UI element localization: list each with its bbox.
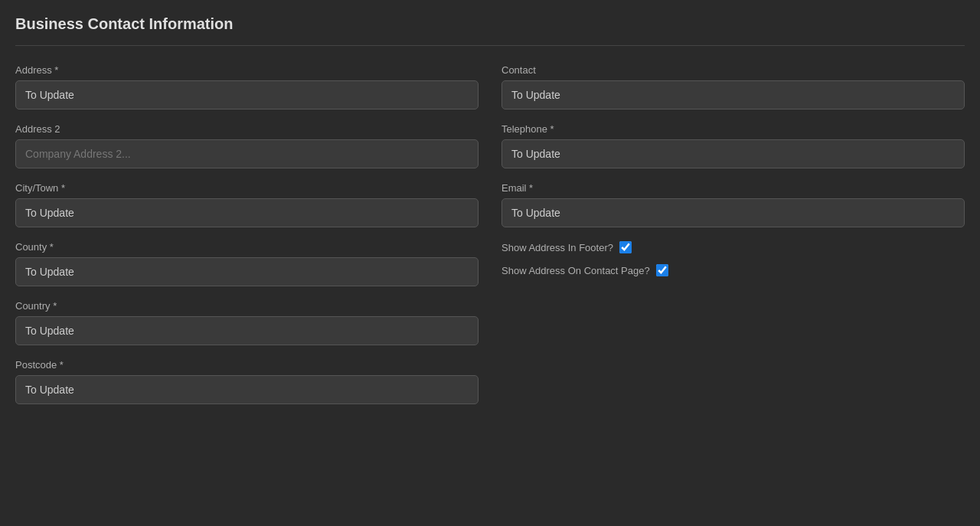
- postcode-label: Postcode *: [15, 359, 479, 371]
- right-column: Contact Telephone * Email * Show Address…: [501, 64, 965, 418]
- contact-input[interactable]: [501, 80, 965, 109]
- telephone-label: Telephone *: [501, 123, 965, 135]
- left-column: Address * Address 2 City/Town * County *…: [15, 64, 479, 418]
- email-label: Email *: [501, 182, 965, 194]
- address-input[interactable]: [15, 80, 479, 109]
- city-group: City/Town *: [15, 182, 479, 227]
- contact-label: Contact: [501, 64, 965, 76]
- county-input[interactable]: [15, 257, 479, 286]
- show-address-footer-group: Show Address In Footer?: [501, 241, 965, 253]
- form-layout: Address * Address 2 City/Town * County *…: [15, 64, 965, 418]
- postcode-input[interactable]: [15, 375, 479, 404]
- show-address-contact-label: Show Address On Contact Page?: [501, 265, 650, 276]
- email-group: Email *: [501, 182, 965, 227]
- contact-group: Contact: [501, 64, 965, 109]
- divider: [15, 45, 965, 46]
- county-group: County *: [15, 241, 479, 286]
- county-label: County *: [15, 241, 479, 253]
- country-label: Country *: [15, 300, 479, 312]
- country-group: Country *: [15, 300, 479, 345]
- city-label: City/Town *: [15, 182, 479, 194]
- show-address-footer-checkbox[interactable]: [619, 241, 632, 253]
- show-address-contact-group: Show Address On Contact Page?: [501, 264, 965, 276]
- address2-input[interactable]: [15, 139, 479, 168]
- show-address-contact-checkbox[interactable]: [656, 264, 668, 276]
- address2-group: Address 2: [15, 123, 479, 168]
- city-input[interactable]: [15, 198, 479, 227]
- telephone-group: Telephone *: [501, 123, 965, 168]
- address2-label: Address 2: [15, 123, 479, 135]
- country-input[interactable]: [15, 316, 479, 345]
- address-label: Address *: [15, 64, 479, 76]
- address-group: Address *: [15, 64, 479, 109]
- postcode-group: Postcode *: [15, 359, 479, 404]
- show-address-footer-label: Show Address In Footer?: [501, 242, 613, 253]
- page-title: Business Contact Information: [15, 15, 965, 33]
- email-input[interactable]: [501, 198, 965, 227]
- telephone-input[interactable]: [501, 139, 965, 168]
